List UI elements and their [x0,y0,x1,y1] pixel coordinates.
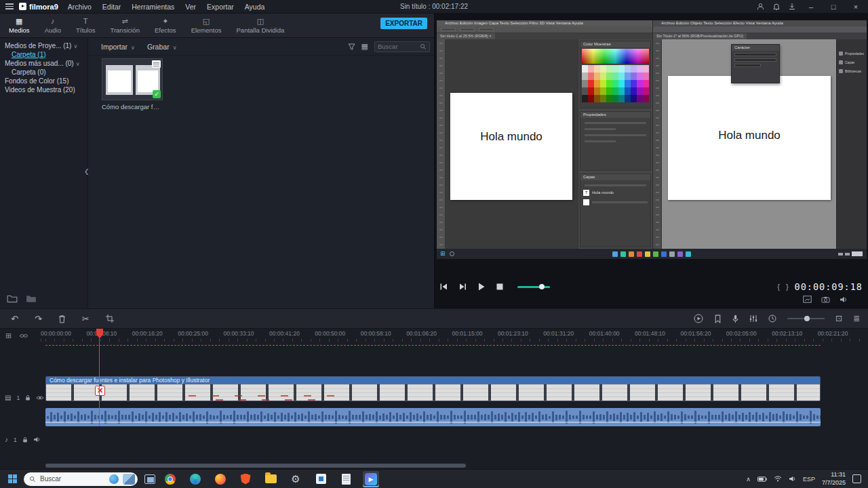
language-indicator[interactable]: ESP [803,476,815,483]
playhead-line[interactable] [99,329,100,426]
taskbar-app-explorer[interactable] [262,471,279,487]
resource-tab[interactable]: ⇌ Transición [102,18,146,34]
media-search-input[interactable] [378,43,420,50]
resource-tab[interactable]: T Títulos [68,18,103,34]
video-clip[interactable]: Cómo descargar fuentes e instalar para P… [45,376,821,401]
undo-icon[interactable]: ↶ [11,314,18,324]
taskbar-search-box[interactable]: Buscar [24,472,138,486]
store-icon [316,474,326,484]
filter-icon[interactable] [348,43,355,50]
menu-item[interactable]: Ver [185,3,196,11]
delete-icon[interactable] [58,314,66,323]
taskbar-clock[interactable]: 11:31 7/7/2025 [822,471,846,487]
display-ratio-icon[interactable] [803,296,812,303]
track-options-icon[interactable]: ≣ [853,314,860,323]
tray-chevron-up-icon[interactable]: ∧ [746,476,751,483]
audio-track-number: 1 [14,436,17,443]
stop-button[interactable] [496,283,503,290]
start-button[interactable] [8,474,17,483]
video-ai-artboard: Hola mundo [668,76,831,200]
video-track-icon[interactable]: ▤ [5,394,11,401]
sidebar-item-color-backgrounds[interactable]: Fondos de Color (15) [0,77,87,85]
hamburger-menu-icon[interactable] [5,3,14,9]
previous-edit-point-button[interactable] [440,283,448,290]
mark-in-icon[interactable]: { [777,283,780,291]
download-update-icon[interactable] [789,3,795,10]
media-item-thumbnail[interactable]: ✓ [102,58,163,100]
search-icon [29,476,36,483]
sidebar-item-most-used[interactable]: Medios más usad... (0)∨ [0,59,87,68]
play-button[interactable] [478,283,485,291]
resource-tab[interactable]: ◱ Elementos [184,18,229,34]
resource-tab[interactable]: ✦ Efectos [147,18,184,34]
duration-clock-icon[interactable] [768,314,776,323]
collapse-panel-chevron[interactable]: ❮ [84,168,90,175]
manage-tracks-icon[interactable]: ⊞ [5,331,12,340]
mark-out-icon[interactable]: } [786,283,789,291]
timeline-zoom-slider[interactable] [787,318,825,319]
export-button[interactable]: EXPORTAR [380,18,427,29]
wifi-icon[interactable] [774,476,782,482]
action-center-icon[interactable] [852,474,861,483]
battery-icon[interactable] [757,476,767,482]
playback-speed-slider[interactable] [517,286,550,288]
minimize-button[interactable]: – [804,3,818,11]
taskbar-app-document[interactable] [338,471,354,487]
lock-icon[interactable] [25,394,31,401]
crop-icon[interactable] [106,314,114,323]
clip-edit-x-marker[interactable]: ✕ [95,386,105,396]
next-frame-button[interactable] [459,283,467,290]
taskbar-app-settings[interactable]: ⚙ [288,471,304,487]
close-button[interactable]: × [849,3,863,11]
resource-tab[interactable]: ▦ Medios [1,18,37,34]
resource-tab[interactable]: ♪ Audio [37,18,68,34]
import-dropdown[interactable]: Importar∨ [101,43,135,51]
preview-video-frame[interactable]: Archivo Edición Imagen Capa Texto Selecc… [437,20,867,259]
redo-icon[interactable]: ↷ [35,314,42,324]
taskbar-app-firefox[interactable] [212,471,229,487]
render-preview-icon[interactable] [694,314,703,323]
new-folder-icon[interactable] [7,294,18,303]
maximize-button[interactable]: □ [827,3,840,11]
sidebar-item-sample-videos[interactable]: Videos de Muestra (20) [0,85,87,94]
mixer-icon[interactable] [749,314,757,323]
taskbar-app-store[interactable] [313,471,329,487]
media-search-box[interactable] [374,41,430,52]
zoom-knob[interactable] [804,316,810,321]
notifications-bell-icon[interactable] [773,3,780,10]
resource-tab[interactable]: ◫ Pantalla Dividida [229,18,292,34]
marker-icon[interactable] [714,314,722,323]
snapshot-camera-icon[interactable] [821,296,830,303]
eye-icon[interactable] [36,395,44,401]
sidebar-item-project-media[interactable]: Medios de Proye... (1)∨ [0,41,87,50]
sidebar-item-folder-0[interactable]: Carpeta (0) [0,68,87,77]
taskbar-app-edge[interactable] [187,471,203,487]
volume-icon[interactable] [789,476,796,482]
media-item[interactable]: ✓ Cómo descargar fuente... [102,58,163,110]
grid-view-icon[interactable]: ▦ [361,42,368,51]
menu-item[interactable]: Archivo [68,3,92,11]
menu-item[interactable]: Editar [102,3,121,11]
volume-icon[interactable] [840,296,848,303]
taskbar-app-chrome[interactable] [162,471,178,487]
slider-knob[interactable] [539,284,545,289]
task-view-button[interactable] [144,474,155,484]
open-folder-icon[interactable] [26,294,37,303]
lock-icon[interactable] [22,436,28,443]
voiceover-mic-icon[interactable] [732,314,738,323]
zoom-to-fit-icon[interactable]: ⊡ [835,314,842,323]
menu-item[interactable]: Ayuda [245,3,265,11]
timeline-scrollbar[interactable] [45,464,466,468]
menu-item[interactable]: Herramientas [132,3,174,11]
audio-clip[interactable] [45,408,821,426]
taskbar-app-brave[interactable] [237,471,254,487]
taskbar-app-filmora[interactable]: ▶ [363,471,379,487]
audio-track-icon[interactable]: ♪ [5,436,8,443]
menu-item[interactable]: Exportar [207,3,234,11]
speaker-icon[interactable] [33,436,41,443]
record-dropdown[interactable]: Grabar∨ [147,43,177,51]
split-scissors-icon[interactable]: ✂ [82,314,90,324]
link-clips-icon[interactable] [20,333,28,339]
account-icon[interactable] [757,3,764,10]
sidebar-item-folder-1[interactable]: Carpeta (1) [0,50,87,59]
